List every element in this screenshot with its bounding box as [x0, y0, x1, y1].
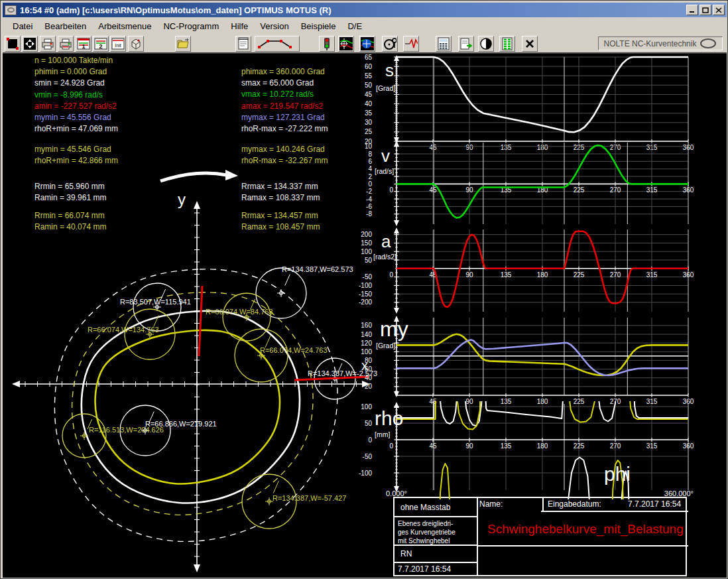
- toolbar: 12Init NOLTE NC-Kurventechnik: [3, 34, 727, 54]
- parameter-value: mymin = 45.556 Grad: [34, 112, 111, 123]
- svg-text:4: 4: [368, 165, 372, 172]
- diagram-page-2-icon[interactable]: 2: [93, 36, 109, 52]
- divider: [542, 498, 544, 511]
- svg-text:-100: -100: [359, 470, 372, 477]
- svg-text:45: 45: [429, 398, 437, 405]
- title-block: ohne Masstab Ebenes dreigliedri- ges Kur…: [393, 497, 687, 576]
- titlebar[interactable]: 16:54 #0 (adm) [c:\users\RN\OptimusMotus…: [3, 3, 727, 17]
- svg-text:v: v: [381, 146, 390, 166]
- svg-text:90: 90: [465, 186, 473, 194]
- fit-view-icon: [23, 37, 36, 50]
- parameter-value: vmax = 10.272 rad/s: [241, 89, 314, 100]
- svg-text:-4: -4: [366, 196, 372, 203]
- diagram-page-1-icon[interactable]: 1: [76, 36, 91, 52]
- svg-text:R=66.074,W=134.763: R=66.074,W=134.763: [88, 326, 159, 334]
- svg-text:90: 90: [465, 144, 473, 151]
- motion-curve-icon[interactable]: [255, 36, 300, 52]
- export-icon[interactable]: [458, 36, 474, 52]
- parameter-value: phimax = 360.000 Grad: [241, 66, 325, 78]
- svg-text:50: 50: [365, 82, 373, 89]
- minimize-button[interactable]: [686, 5, 698, 15]
- svg-text:270: 270: [610, 186, 621, 194]
- app-window: 16:54 #0 (adm) [c:\users\RN\OptimusMotus…: [0, 0, 728, 579]
- svg-text:0: 0: [389, 271, 393, 279]
- init-icon[interactable]: Init: [110, 36, 126, 52]
- calculator-icon[interactable]: [436, 36, 452, 52]
- svg-text:0: 0: [389, 186, 393, 194]
- rotate-disc-icon[interactable]: [478, 36, 494, 52]
- svg-text:s: s: [385, 60, 394, 80]
- protocol-icon: [237, 37, 250, 50]
- print-1-icon: [41, 37, 54, 50]
- menu-item-d-e[interactable]: D/E: [341, 19, 368, 33]
- parameter-value: rhoR+min = 47.069 mm: [34, 123, 118, 135]
- traffic-light-icon[interactable]: [319, 36, 335, 52]
- cam-curves-icon: [339, 37, 353, 50]
- film-strip-icon[interactable]: [499, 36, 515, 52]
- svg-text:45: 45: [429, 186, 437, 194]
- parameter-value: phimin = 0.000 Grad: [34, 66, 107, 78]
- menu-item-arbeitsmenue[interactable]: Arbeitsmenue: [92, 19, 157, 33]
- svg-text:270: 270: [610, 271, 621, 279]
- svg-text:100: 100: [361, 348, 372, 355]
- view-frame-icon: [6, 37, 19, 50]
- menu-item-datei[interactable]: Datei: [7, 19, 38, 33]
- menu-item-beispiele[interactable]: Beispiele: [295, 19, 342, 33]
- svg-text:-50: -50: [363, 453, 373, 460]
- svg-text:90: 90: [465, 442, 473, 450]
- parameter-value: amin = -227.527 rad/s2: [34, 101, 117, 112]
- date: 7.7.2017 16:54: [394, 562, 477, 575]
- menu-item-bearbeiten[interactable]: Bearbeiten: [38, 19, 92, 33]
- input-date-label: Eingabedatum:: [548, 499, 601, 509]
- close-tool-icon[interactable]: [522, 36, 538, 52]
- parameter-value: Rrmin = 65.960 mm: [34, 181, 105, 192]
- svg-text:[mm]: [mm]: [375, 430, 390, 438]
- protocol-icon[interactable]: [235, 36, 251, 52]
- print-2-icon[interactable]: [58, 36, 74, 52]
- svg-text:140: 140: [361, 331, 372, 338]
- svg-text:6: 6: [368, 158, 372, 165]
- svg-text:160: 160: [361, 322, 372, 329]
- open-file-icon[interactable]: [175, 36, 191, 52]
- plot-rho: 100500-50-10004590135180225270315360rho[…: [357, 401, 727, 499]
- svg-text:35: 35: [365, 109, 373, 117]
- svg-text:180: 180: [537, 271, 548, 279]
- menu-item-nc-programm[interactable]: NC-Programm: [157, 19, 225, 33]
- parameter-value: vmin = -8.996 rad/s: [34, 90, 103, 101]
- fit-view-icon[interactable]: [22, 36, 38, 52]
- cam-curves-icon[interactable]: [338, 36, 354, 52]
- view-frame-icon[interactable]: [5, 36, 21, 52]
- print-1-icon[interactable]: [40, 36, 56, 52]
- menubar: DateiBearbeitenArbeitsmenueNC-ProgrammHi…: [3, 17, 727, 34]
- svg-text:90: 90: [465, 398, 473, 405]
- close-button[interactable]: [713, 5, 725, 15]
- film-strip-icon: [501, 37, 514, 50]
- cam-curves-alt-icon[interactable]: [359, 36, 375, 52]
- cam-follower-icon[interactable]: [382, 36, 398, 52]
- svg-text:225: 225: [574, 271, 585, 279]
- force-curve-icon[interactable]: [403, 36, 419, 52]
- svg-text:20: 20: [365, 383, 373, 390]
- brand-label: NOLTE NC-Kurventechnik: [604, 39, 697, 48]
- svg-text:2: 2: [99, 43, 102, 50]
- svg-text:135: 135: [501, 442, 512, 450]
- parameter-value: smax = 65.000 Grad: [241, 78, 314, 89]
- maximize-icon: [702, 7, 709, 13]
- close-tool-icon: [523, 37, 536, 50]
- 3d-box-icon[interactable]: [128, 36, 144, 52]
- menu-item-hilfe[interactable]: Hilfe: [225, 19, 254, 33]
- cam-curves-alt-icon: [361, 37, 374, 50]
- svg-text:[rad/s]: [rad/s]: [375, 167, 394, 175]
- main-canvas: ohne Masstab Ebenes dreigliedri- ges Kur…: [3, 54, 727, 578]
- plot-v: 1086420-2-4-6-804590135180225270315360v[…: [357, 141, 727, 228]
- svg-text:x: x: [361, 358, 368, 373]
- cam-follower-icon: [383, 37, 396, 50]
- app-icon[interactable]: [5, 5, 17, 15]
- svg-text:135: 135: [501, 144, 512, 151]
- menu-item-version[interactable]: Version: [254, 19, 294, 33]
- parameter-value: rhoR+min = 42.866 mm: [34, 155, 118, 166]
- maximize-button[interactable]: [699, 5, 711, 15]
- divider: [478, 545, 688, 547]
- svg-text:45: 45: [365, 91, 373, 98]
- svg-text:360: 360: [683, 442, 694, 450]
